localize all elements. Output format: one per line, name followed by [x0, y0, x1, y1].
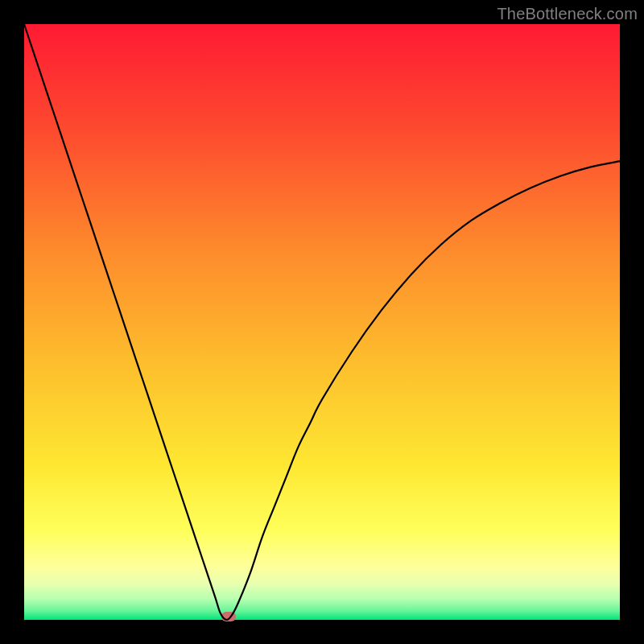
bottleneck-curve: [24, 24, 620, 620]
chart-frame: [24, 24, 620, 620]
watermark-text: TheBottleneck.com: [497, 5, 638, 23]
